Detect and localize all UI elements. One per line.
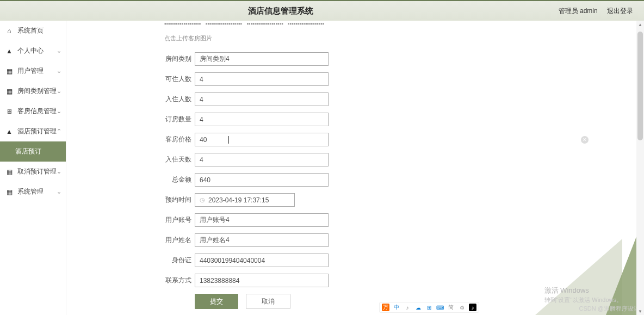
input-capacity[interactable] xyxy=(195,72,329,86)
label-days: 入住天数 xyxy=(164,155,191,164)
ime-toolbar[interactable]: 万 中 ♪ ☁ ⊞ ⌨ 简 ⚙ ♪ xyxy=(379,302,479,313)
input-price[interactable]: 40 xyxy=(195,133,329,146)
admin-label[interactable]: 管理员 admin xyxy=(559,7,598,15)
ime-tiktok-icon[interactable]: ♪ xyxy=(469,304,476,311)
divider-dashed: ▪▪▪▪▪▪▪▪▪▪▪▪▪▪▪▪▪▪▪ ▪▪▪▪▪▪▪▪▪▪▪▪▪▪▪▪▪▪▪ … xyxy=(164,21,546,27)
label-rooms: 订房数量 xyxy=(164,115,191,124)
sidebar-item-cancel[interactable]: ▦ 取消预订管理 ⌄ xyxy=(0,162,66,182)
clear-icon[interactable]: ✕ xyxy=(581,136,589,144)
app-title: 酒店信息管理系统 xyxy=(11,6,551,16)
label-phone: 联系方式 xyxy=(164,276,191,285)
sidebar-item-roominfo[interactable]: 🖥 客房信息管理 ⌄ xyxy=(0,101,66,121)
input-total[interactable] xyxy=(195,173,329,187)
sidebar-item-label: 酒店预订 xyxy=(15,147,61,156)
reserve-time-value: 2023-04-19 17:37:15 xyxy=(208,196,269,204)
sidebar-item-label: 系统首页 xyxy=(17,26,61,35)
main-content: ▪▪▪▪▪▪▪▪▪▪▪▪▪▪▪▪▪▪▪ ▪▪▪▪▪▪▪▪▪▪▪▪▪▪▪▪▪▪▪ … xyxy=(66,21,644,315)
grid-icon: ▦ xyxy=(4,67,14,75)
input-rooms[interactable] xyxy=(195,113,329,126)
grid-icon: ▦ xyxy=(4,168,14,176)
label-idcard: 身份证 xyxy=(164,256,191,265)
chevron-down-icon: ⌄ xyxy=(57,188,61,195)
sidebar-item-home[interactable]: ⌂ 系统首页 xyxy=(0,21,66,41)
user-icon: ▲ xyxy=(4,128,14,135)
logout-link[interactable]: 退出登录 xyxy=(607,7,633,15)
input-account[interactable] xyxy=(195,213,329,227)
scrollbar-thumb[interactable] xyxy=(637,32,643,140)
sidebar-item-system[interactable]: ▦ 系统管理 ⌄ xyxy=(0,182,66,202)
label-account: 用户账号 xyxy=(164,215,191,225)
input-price-value: 40 xyxy=(200,136,207,144)
sidebar-item-roomtype[interactable]: ▦ 房间类别管理 ⌄ xyxy=(0,81,66,101)
ime-cloud-icon[interactable]: ☁ xyxy=(414,304,422,311)
monitor-icon: 🖥 xyxy=(4,108,14,115)
chevron-down-icon: ⌄ xyxy=(57,168,61,175)
sidebar-item-reservation-sub[interactable]: 酒店预订 xyxy=(0,141,66,162)
input-room-type[interactable] xyxy=(195,52,329,66)
label-capacity: 可住人数 xyxy=(164,75,191,84)
ime-moon-icon[interactable]: ♪ xyxy=(404,304,411,311)
sidebar-item-label: 房间类别管理 xyxy=(17,87,57,96)
label-name: 用户姓名 xyxy=(164,236,191,245)
scrollbar-vertical[interactable]: ▲ ▼ xyxy=(636,21,644,315)
header: 酒店信息管理系统 管理员 admin 退出登录 xyxy=(0,1,644,21)
upload-tip[interactable]: 点击上传客房图片 xyxy=(164,34,546,42)
sidebar-item-label: 客房信息管理 xyxy=(17,107,57,116)
ime-logo-icon[interactable]: 万 xyxy=(382,304,389,311)
cancel-button[interactable]: 取消 xyxy=(246,294,290,309)
sidebar-item-label: 用户管理 xyxy=(17,66,57,76)
user-icon: ▲ xyxy=(4,47,14,55)
ime-gear-icon[interactable]: ⚙ xyxy=(458,304,466,311)
input-idcard[interactable] xyxy=(195,254,329,267)
label-total: 总金额 xyxy=(164,175,191,184)
sidebar-item-label: 个人中心 xyxy=(17,46,57,55)
input-days[interactable] xyxy=(195,153,329,166)
scroll-up-icon[interactable]: ▲ xyxy=(636,21,644,28)
sidebar-item-users[interactable]: ▦ 用户管理 ⌄ xyxy=(0,61,66,81)
scroll-down-icon[interactable]: ▼ xyxy=(636,307,644,315)
chevron-up-icon: ⌃ xyxy=(57,128,61,135)
label-occupants: 入住人数 xyxy=(164,95,191,104)
label-room-type: 房间类别 xyxy=(164,54,191,64)
csdn-watermark: CSDN @迅腾程序设计 xyxy=(579,305,640,313)
sidebar: ⌂ 系统首页 ▲ 个人中心 ⌄ ▦ 用户管理 ⌄ ▦ 房间类别管理 ⌄ 🖥 客房… xyxy=(0,21,66,315)
grid-icon: ▦ xyxy=(4,188,14,196)
ime-simp-icon[interactable]: 简 xyxy=(447,304,455,311)
input-occupants[interactable] xyxy=(195,92,329,106)
chevron-down-icon: ⌄ xyxy=(57,47,61,54)
chevron-down-icon: ⌄ xyxy=(57,67,61,75)
ime-lang-icon[interactable]: 中 xyxy=(393,304,400,311)
input-name[interactable] xyxy=(195,233,329,247)
sidebar-item-reservation[interactable]: ▲ 酒店预订管理 ⌃ xyxy=(0,121,66,141)
sidebar-item-profile[interactable]: ▲ 个人中心 ⌄ xyxy=(0,41,66,61)
clock-icon: ◷ xyxy=(200,196,205,203)
input-reserve-time[interactable]: ◷ 2023-04-19 17:37:15 xyxy=(195,193,295,207)
label-reserve-time: 预约时间 xyxy=(164,195,191,205)
chevron-down-icon: ⌄ xyxy=(57,88,61,95)
sidebar-item-label: 系统管理 xyxy=(17,187,57,196)
text-cursor-icon xyxy=(228,136,229,144)
ime-keyboard-icon[interactable]: ⌨ xyxy=(436,304,444,311)
sidebar-item-label: 酒店预订管理 xyxy=(17,127,57,136)
ime-grid-icon[interactable]: ⊞ xyxy=(425,304,433,311)
input-phone[interactable] xyxy=(195,274,329,287)
sidebar-item-label: 取消预订管理 xyxy=(17,167,57,176)
chevron-down-icon: ⌄ xyxy=(57,108,61,115)
home-icon: ⌂ xyxy=(4,27,14,35)
label-price: 客房价格 xyxy=(164,135,191,144)
grid-icon: ▦ xyxy=(4,88,14,95)
submit-button[interactable]: 提交 xyxy=(195,294,238,309)
